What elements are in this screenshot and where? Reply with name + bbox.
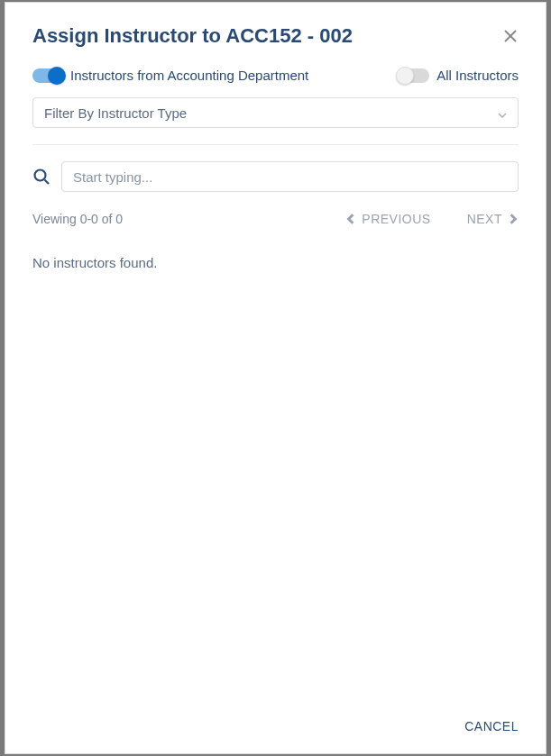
svg-point-2 [35, 170, 46, 181]
toggle-row: Instructors from Accounting Department A… [5, 55, 546, 92]
department-toggle[interactable] [32, 68, 63, 83]
chevron-right-icon [508, 214, 519, 224]
search-input[interactable] [61, 161, 519, 192]
close-button[interactable] [502, 28, 519, 44]
toggle-knob [396, 67, 414, 85]
next-button[interactable]: NEXT [467, 212, 519, 226]
toggle-knob [48, 67, 66, 85]
filter-row: Filter By Instructor Type [5, 92, 546, 128]
previous-button[interactable]: PREVIOUS [345, 212, 430, 226]
modal-footer: CANCEL [5, 703, 546, 753]
close-icon [503, 29, 518, 43]
select-placeholder: Filter By Instructor Type [44, 105, 187, 121]
viewing-count: Viewing 0-0 of 0 [32, 212, 123, 226]
all-instructors-toggle-label: All Instructors [436, 68, 519, 83]
previous-label: PREVIOUS [362, 212, 430, 226]
search-row [5, 145, 546, 192]
svg-line-3 [45, 180, 50, 185]
chevron-down-icon [498, 105, 507, 121]
modal-header: Assign Instructor to ACC152 - 002 [5, 3, 546, 55]
all-instructors-toggle-group: All Instructors [399, 68, 519, 83]
cancel-button[interactable]: CANCEL [464, 719, 519, 733]
department-toggle-label: Instructors from Accounting Department [70, 68, 308, 83]
assign-instructor-modal: Assign Instructor to ACC152 - 002 Instru… [5, 2, 546, 754]
pager-controls: PREVIOUS NEXT [345, 212, 519, 226]
pager-row: Viewing 0-0 of 0 PREVIOUS NEXT [5, 192, 546, 226]
all-instructors-toggle[interactable] [399, 68, 429, 83]
empty-state: No instructors found. [5, 226, 546, 270]
next-label: NEXT [467, 212, 502, 226]
instructor-type-select[interactable]: Filter By Instructor Type [32, 97, 519, 128]
chevron-left-icon [345, 214, 356, 224]
department-toggle-group: Instructors from Accounting Department [32, 68, 308, 83]
modal-backdrop: Assign Instructor to ACC152 - 002 Instru… [0, 0, 551, 756]
search-icon [32, 168, 51, 186]
modal-title: Assign Instructor to ACC152 - 002 [32, 24, 353, 48]
